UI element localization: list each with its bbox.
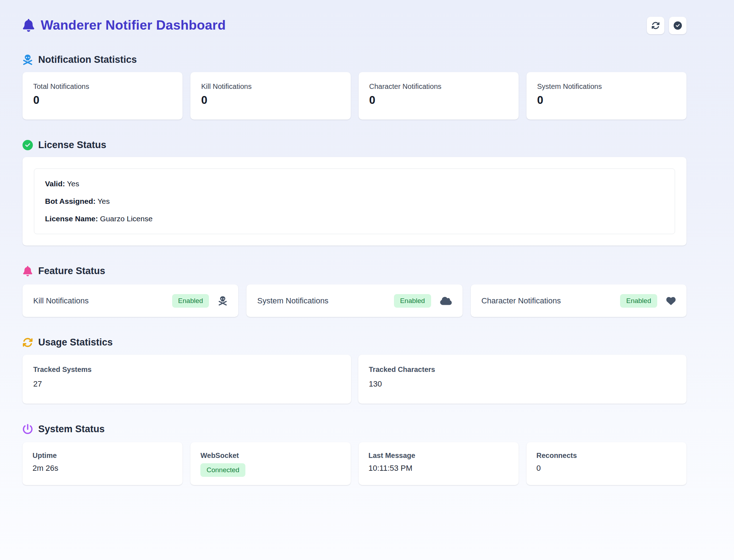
refresh-icon [651, 21, 660, 30]
status-check-button[interactable] [669, 17, 686, 34]
stat-card-character: Character Notifications 0 [359, 72, 519, 120]
usage-value: 130 [369, 379, 676, 389]
license-card: Valid: Yes Bot Assigned: Yes License Nam… [23, 157, 686, 246]
feature-card-kill: Kill Notifications Enabled [23, 284, 238, 317]
refresh-button[interactable] [647, 17, 664, 34]
stat-label: Character Notifications [369, 82, 508, 91]
feature-status-heading: Feature Status [23, 266, 686, 277]
system-label: Last Message [369, 451, 509, 460]
section-title: Usage Statistics [38, 337, 113, 348]
system-card-reconnects: Reconnects 0 [526, 442, 686, 485]
stat-label: Total Notifications [33, 82, 172, 91]
status-badge: Enabled [620, 294, 657, 308]
system-card-last-message: Last Message 10:11:53 PM [359, 442, 519, 485]
header-title-group: Wanderer Notifier Dashboard [23, 18, 226, 33]
license-details-box: Valid: Yes Bot Assigned: Yes License Nam… [34, 168, 675, 234]
system-label: WebSocket [200, 451, 340, 460]
system-label: Reconnects [536, 451, 676, 460]
stat-label: Kill Notifications [201, 82, 340, 91]
usage-statistics-heading: Usage Statistics [23, 337, 686, 348]
system-status-heading: System Status [23, 424, 686, 435]
system-status-grid: Uptime 2m 26s WebSocket Connected Last M… [23, 442, 686, 485]
stat-label: System Notifications [537, 82, 676, 91]
bell-icon [23, 19, 35, 32]
websocket-status-badge: Connected [200, 463, 245, 477]
license-name-line: License Name: Guarzo License [45, 213, 664, 224]
feature-label: Character Notifications [481, 296, 561, 306]
feature-card-system: System Notifications Enabled [246, 284, 462, 317]
feature-card-character: Character Notifications Enabled [471, 284, 686, 317]
power-icon [23, 424, 33, 434]
stat-card-system: System Notifications 0 [526, 72, 686, 120]
feature-status-group: Enabled [620, 294, 676, 308]
usage-label: Tracked Characters [369, 365, 676, 374]
section-title: System Status [38, 424, 105, 435]
refresh-icon [23, 337, 33, 348]
system-card-websocket: WebSocket Connected [190, 442, 350, 485]
usage-label: Tracked Systems [33, 365, 340, 374]
license-valid-line: Valid: Yes [45, 178, 664, 189]
check-circle-icon [674, 21, 682, 30]
license-field-value: Yes [67, 180, 79, 188]
system-card-uptime: Uptime 2m 26s [23, 442, 183, 485]
status-badge: Enabled [394, 294, 431, 308]
license-field-value: Guarzo License [100, 215, 153, 223]
license-bot-line: Bot Assigned: Yes [45, 196, 664, 207]
section-title: License Status [38, 140, 106, 151]
feature-label: Kill Notifications [33, 296, 89, 306]
system-value: 2m 26s [33, 464, 173, 473]
system-value: 10:11:53 PM [369, 464, 509, 473]
usage-card-systems: Tracked Systems 27 [23, 355, 351, 404]
header-actions [647, 17, 686, 34]
header: Wanderer Notifier Dashboard [23, 16, 686, 34]
heart-icon [666, 296, 676, 306]
license-field-label: Valid: [45, 180, 65, 188]
notification-statistics-grid: Total Notifications 0 Kill Notifications… [23, 72, 686, 120]
feature-status-group: Enabled [394, 294, 452, 308]
usage-statistics-grid: Tracked Systems 27 Tracked Characters 13… [23, 355, 686, 404]
stat-card-kill: Kill Notifications 0 [190, 72, 350, 120]
system-label: Uptime [33, 451, 173, 460]
license-field-label: License Name: [45, 215, 98, 223]
cloud-icon [440, 296, 452, 306]
stat-value: 0 [201, 94, 340, 107]
check-circle-icon [23, 140, 33, 150]
feature-status-group: Enabled [172, 294, 228, 308]
feature-status-grid: Kill Notifications Enabled System Notifi… [23, 284, 686, 317]
stat-value: 0 [33, 94, 172, 107]
stat-card-total: Total Notifications 0 [23, 72, 183, 120]
usage-card-characters: Tracked Characters 130 [358, 355, 687, 404]
bell-icon [23, 266, 33, 276]
system-value: 0 [536, 464, 676, 473]
status-badge: Enabled [172, 294, 209, 308]
notification-statistics-heading: Notification Statistics [23, 54, 686, 65]
dashboard-page: Wanderer Notifier Dashboard Notification… [0, 0, 734, 485]
page-title: Wanderer Notifier Dashboard [41, 18, 226, 33]
stat-value: 0 [369, 94, 508, 107]
section-title: Notification Statistics [38, 54, 137, 65]
feature-label: System Notifications [257, 296, 328, 306]
license-status-heading: License Status [23, 140, 686, 151]
skull-crossbones-icon [218, 296, 228, 306]
usage-value: 27 [33, 379, 340, 389]
stat-value: 0 [537, 94, 676, 107]
skull-crossbones-icon [23, 55, 33, 65]
license-field-label: Bot Assigned: [45, 197, 96, 205]
license-field-value: Yes [98, 197, 110, 205]
section-title: Feature Status [38, 266, 105, 277]
